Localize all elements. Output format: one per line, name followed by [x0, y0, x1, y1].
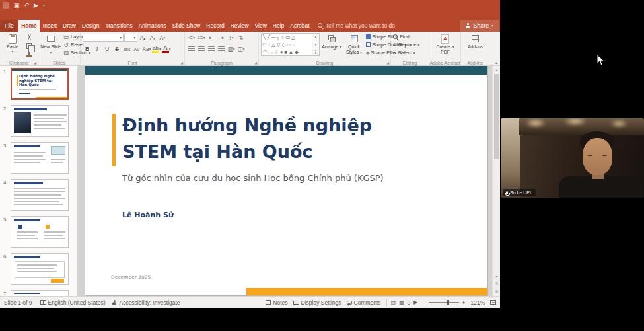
slide-thumbnail-5[interactable]: [11, 216, 69, 248]
tab-record[interactable]: Record: [203, 20, 227, 32]
zoom-level[interactable]: 121%: [470, 299, 485, 306]
select-button[interactable]: ↖Select▾: [393, 49, 427, 56]
language-selector[interactable]: English (United States): [40, 299, 106, 306]
display-settings-button[interactable]: Display Settings: [293, 299, 341, 306]
drawing-dialog-launcher[interactable]: ◢: [386, 61, 389, 65]
new-slide-button[interactable]: New Slide ▾: [40, 33, 61, 58]
subscript-abc-button[interactable]: abc: [122, 45, 131, 53]
slide-accent-bar[interactable]: [112, 114, 116, 166]
slideshow-view-button[interactable]: ▶: [413, 299, 417, 305]
addins-button[interactable]: Add-ins: [465, 33, 486, 58]
underline-button[interactable]: U: [102, 45, 112, 53]
font-dialog-launcher[interactable]: ◢: [180, 61, 183, 65]
slide-thumbnail-7[interactable]: [11, 290, 69, 296]
tab-slide-show[interactable]: Slide Show: [169, 20, 203, 32]
tab-animations[interactable]: Animations: [135, 20, 169, 32]
slide-subtitle[interactable]: Từ góc nhìn của cựu du học sinh Học bổng…: [122, 173, 384, 183]
share-button[interactable]: Share ▾: [460, 20, 499, 32]
zoom-in-button[interactable]: +: [462, 299, 465, 306]
slide-editing-area[interactable]: Định hướng Nghề nghiệp STEM tại Hàn Quốc…: [78, 66, 492, 296]
zoom-out-button[interactable]: −: [423, 299, 426, 306]
grow-font-button[interactable]: A▴: [138, 34, 147, 42]
replace-button[interactable]: ⇄Replace▾: [393, 41, 427, 48]
slide-thumbnail-1[interactable]: Định hướng Nghề nghiệp STEM tại Hàn Quốc: [11, 68, 69, 100]
font-size-combobox[interactable]: ▾: [124, 34, 137, 42]
qat-customize-icon[interactable]: ▾: [43, 2, 45, 9]
text-highlight-button[interactable]: ab▾: [152, 45, 161, 53]
slide-thumbnail-6[interactable]: [11, 253, 69, 285]
line-spacing-button[interactable]: ↕▾: [227, 34, 236, 42]
tab-insert[interactable]: Insert: [40, 20, 59, 32]
scroll-up-icon[interactable]: ▴: [493, 67, 501, 73]
find-button[interactable]: Find: [393, 33, 427, 40]
slide-thumbnail-2[interactable]: [11, 105, 69, 137]
copy-button[interactable]: [24, 42, 34, 50]
zoom-slider[interactable]: [429, 302, 459, 303]
character-spacing-button[interactable]: AV: [132, 45, 141, 53]
slide-bottom-bar[interactable]: [246, 288, 487, 295]
more-shapes-icon[interactable]: ▾: [315, 50, 317, 55]
scroll-down-icon[interactable]: ▾: [315, 42, 317, 46]
zoom-slider-thumb[interactable]: [447, 300, 449, 305]
convert-smartart-button[interactable]: ◫▾: [236, 45, 246, 53]
tab-review[interactable]: Review: [227, 20, 252, 32]
tab-transitions[interactable]: Transitions: [102, 20, 135, 32]
save-icon[interactable]: ▣: [14, 2, 20, 9]
fit-to-window-button[interactable]: [490, 300, 496, 305]
paragraph-dialog-launcher[interactable]: ◢: [254, 61, 257, 65]
slide-sorter-view-button[interactable]: ▦: [399, 299, 404, 305]
slide-top-bar[interactable]: [85, 66, 487, 75]
shape-gallery[interactable]: ╲╱─┐○▭△ □○△▽◇▱⌂ ◠◡☆●■▲◆ ▴ ▾ ▾: [261, 33, 320, 58]
cut-button[interactable]: [24, 33, 34, 41]
slide-title[interactable]: Định hướng Nghề nghiệp STEM tại Hàn Quốc: [122, 112, 372, 165]
create-pdf-button[interactable]: Create a PDF: [432, 33, 458, 58]
columns-button[interactable]: ▥▾: [227, 45, 236, 53]
text-direction-button[interactable]: ⇅: [236, 34, 246, 42]
start-slideshow-icon[interactable]: ▶: [34, 2, 38, 9]
change-case-button[interactable]: Aa▾: [142, 45, 151, 53]
numbering-button[interactable]: 1≡▾: [197, 34, 206, 42]
scrollbar-thumb[interactable]: [494, 74, 499, 159]
accessibility-checker[interactable]: Accessibility: Investigate: [112, 299, 180, 306]
previous-slide-icon[interactable]: ⇈: [493, 281, 501, 287]
strikethrough-button[interactable]: S: [112, 45, 122, 53]
normal-view-button[interactable]: ▤: [391, 299, 396, 305]
slide-date[interactable]: December 2025: [111, 274, 151, 280]
tab-file[interactable]: File: [0, 20, 18, 32]
tell-me-box[interactable]: Tell me what you want to do: [318, 20, 395, 32]
paste-button[interactable]: Paste ▾: [2, 33, 23, 58]
slide-author[interactable]: Lê Hoành Sử: [122, 211, 174, 219]
undo-icon[interactable]: ↶: [24, 2, 30, 9]
italic-button[interactable]: I: [92, 45, 102, 53]
scroll-up-icon[interactable]: ▴: [315, 34, 317, 38]
bold-button[interactable]: B: [83, 45, 92, 53]
notes-button[interactable]: Notes: [266, 299, 287, 306]
quick-styles-button[interactable]: Quick Styles ▾: [343, 33, 365, 58]
align-center-button[interactable]: [197, 45, 206, 53]
shape-gallery-scroll[interactable]: ▴ ▾ ▾: [312, 33, 320, 56]
slide-thumbnail-4[interactable]: [11, 179, 69, 211]
bullets-button[interactable]: •≡▾: [187, 34, 196, 42]
next-slide-icon[interactable]: ⇊: [493, 288, 501, 295]
clipboard-dialog-launcher[interactable]: ◢: [34, 61, 36, 65]
font-color-button[interactable]: A▾: [162, 45, 171, 53]
arrange-button[interactable]: Arrange ▾: [321, 33, 342, 58]
scroll-down-icon[interactable]: ▾: [493, 274, 501, 280]
slide-canvas[interactable]: Định hướng Nghề nghiệp STEM tại Hàn Quốc…: [85, 66, 487, 295]
tab-help[interactable]: Help: [269, 20, 287, 32]
justify-button[interactable]: [217, 45, 226, 53]
tab-acrobat[interactable]: Acrobat: [287, 20, 312, 32]
shrink-font-button[interactable]: A▾: [148, 34, 157, 42]
tab-draw[interactable]: Draw: [60, 20, 79, 32]
align-left-button[interactable]: [187, 45, 196, 53]
tab-design[interactable]: Design: [79, 20, 102, 32]
align-right-button[interactable]: [207, 45, 216, 53]
reading-view-button[interactable]: ▯: [408, 299, 410, 305]
comments-button[interactable]: Comments: [347, 299, 381, 306]
decrease-indent-button[interactable]: ⇤: [207, 34, 216, 42]
tab-home[interactable]: Home: [18, 20, 40, 32]
vertical-scrollbar[interactable]: ▴ ▾ ⇈ ⇊: [492, 66, 500, 296]
clear-formatting-button[interactable]: A×: [158, 34, 167, 42]
collapse-ribbon-icon[interactable]: ▴: [495, 60, 497, 65]
slide-thumbnail-3[interactable]: [11, 142, 69, 174]
